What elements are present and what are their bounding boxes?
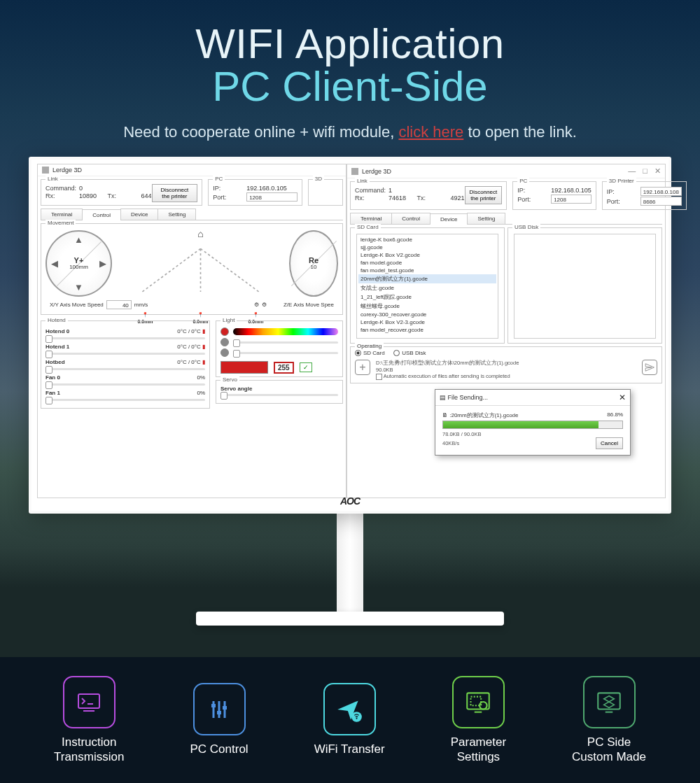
disconnect-button[interactable]: Disconnect the printer bbox=[465, 186, 503, 204]
titlebar[interactable]: Lerdge 3D —□✕ bbox=[347, 164, 665, 178]
printer-port-input[interactable]: 8686 bbox=[640, 197, 682, 206]
svg-rect-6 bbox=[223, 706, 227, 710]
xy-dpad[interactable]: ▲ ▼ ◀ ▶ Y+100mm bbox=[46, 230, 112, 297]
feature-parameter: ParameterSettings bbox=[451, 676, 506, 764]
link-group: Link Command:1 Rx:74618 Tx:4921 Disconne… bbox=[350, 181, 507, 210]
cancel-button[interactable]: Cancel bbox=[596, 437, 623, 449]
sd-card-group: SD Card lerdge-K box6.gcodesjj.gcodeLerd… bbox=[350, 227, 505, 344]
hotend1-slider[interactable] bbox=[46, 353, 205, 355]
hue-slider[interactable] bbox=[233, 328, 338, 335]
light-value-input[interactable]: 255 bbox=[274, 362, 294, 374]
file-item[interactable]: fan model.gcode bbox=[358, 259, 496, 267]
pin-icon[interactable]: 📍 bbox=[142, 312, 148, 318]
hotbed-slider[interactable] bbox=[46, 368, 205, 370]
ze-dpad[interactable]: Re10 bbox=[289, 230, 338, 297]
arrow-up-icon[interactable]: ▲ bbox=[74, 234, 83, 245]
tab-control[interactable]: Control bbox=[82, 209, 121, 220]
disconnect-button[interactable]: Disconnect the printer bbox=[152, 184, 198, 202]
printer-group: 3D Printer IP:192.168.0.108 Port:8686 bbox=[602, 181, 687, 210]
file-icon: ▤ bbox=[440, 394, 446, 401]
file-item[interactable]: 1_21_left跟踪.gcode bbox=[358, 292, 496, 302]
window-title: Lerdge 3D bbox=[362, 168, 391, 175]
arrow-right-icon[interactable]: ▶ bbox=[99, 258, 106, 269]
printer-group: 3D bbox=[308, 179, 343, 206]
pin-icon[interactable]: 📍 bbox=[197, 312, 204, 318]
file-icon: 🗎 bbox=[442, 412, 448, 418]
terminal-icon bbox=[63, 676, 115, 728]
click-here-link[interactable]: click here bbox=[398, 123, 463, 141]
auto-exec-checkbox[interactable] bbox=[376, 374, 382, 380]
hero-banner: WIFI Application PC Client-Side Need to … bbox=[0, 0, 700, 141]
led-red-icon[interactable] bbox=[220, 327, 229, 336]
monitor-mockup: Lerdge 3D Link Command:0 Rx:10890 Tx:644… bbox=[29, 157, 671, 626]
sliders-icon bbox=[193, 683, 246, 735]
minimize-icon[interactable]: — bbox=[628, 167, 636, 176]
app-icon bbox=[351, 168, 358, 175]
tab-device[interactable]: Device bbox=[120, 209, 158, 220]
send-icon[interactable] bbox=[642, 360, 657, 375]
light-slider[interactable] bbox=[233, 341, 338, 344]
file-item[interactable]: fan model_recover.gcode bbox=[358, 326, 496, 334]
feature-instruction: InstructionTransmission bbox=[54, 676, 124, 764]
file-list[interactable]: lerdge-K box6.gcodesjj.gcodeLerdge-K Box… bbox=[356, 234, 498, 339]
monitor-brand: AOC bbox=[340, 495, 360, 507]
arrow-down-icon[interactable]: ▼ bbox=[74, 282, 83, 292]
led-grey-icon[interactable] bbox=[220, 338, 229, 346]
pc-port-input[interactable]: 1208 bbox=[551, 195, 592, 204]
hotend0-slider[interactable] bbox=[46, 337, 205, 339]
svg-point-11 bbox=[479, 702, 487, 710]
file-item[interactable]: fan model_test.gcode bbox=[358, 267, 496, 274]
pc-group: PC IP:192.168.0.105 Port:1208 bbox=[512, 181, 596, 210]
svg-rect-5 bbox=[217, 711, 221, 714]
movement-group: Movement ▲ ▼ ◀ ▶ Y+100mm ⌂ 📍📍📍 bbox=[41, 223, 343, 315]
fan1-slider[interactable] bbox=[46, 399, 205, 401]
file-item[interactable]: corexy-300_recover.gcode bbox=[358, 311, 496, 318]
pin-icon[interactable]: 📍 bbox=[253, 312, 259, 318]
file-list-usb[interactable] bbox=[514, 234, 656, 339]
light-slider[interactable] bbox=[233, 352, 338, 354]
home-diagram: ⌂ 📍📍📍 0.0mm0.0mm0.0mm bbox=[118, 228, 284, 298]
radio-sd[interactable]: SD Card bbox=[355, 350, 385, 356]
tab-terminal[interactable]: Terminal bbox=[350, 213, 392, 224]
file-sending-dialog: ▤ File Sending...✕ 🗎 :20mm的测试立方(1).gcode… bbox=[435, 389, 631, 456]
maximize-icon[interactable]: □ bbox=[643, 167, 648, 176]
file-item[interactable]: Lerdge-K Box V2.gcode bbox=[358, 251, 496, 259]
pc-port-input[interactable]: 1208 bbox=[246, 192, 298, 202]
servo-slider[interactable] bbox=[220, 394, 338, 396]
servo-group: Servo Servo angle bbox=[216, 380, 343, 404]
led-grey-icon[interactable] bbox=[220, 348, 229, 357]
printer-ip-input[interactable]: 192.168.0.108 bbox=[640, 187, 682, 196]
app-icon bbox=[42, 167, 49, 174]
hero-title-1: WIFI Application bbox=[0, 20, 700, 68]
tab-device[interactable]: Device bbox=[430, 213, 468, 225]
tab-setting[interactable]: Setting bbox=[467, 213, 505, 224]
close-icon[interactable]: ✕ bbox=[654, 167, 661, 176]
settings-screen-icon bbox=[452, 676, 505, 728]
fan0-slider[interactable] bbox=[46, 383, 205, 386]
file-item[interactable]: lerdge-K box6.gcode bbox=[358, 236, 496, 244]
tab-control[interactable]: Control bbox=[391, 213, 430, 224]
hero-title-2: PC Client-Side bbox=[0, 62, 700, 111]
link-group: Link Command:0 Rx:10890 Tx:644 Disconnec… bbox=[41, 179, 202, 206]
home-icon[interactable]: ⌂ bbox=[197, 228, 203, 239]
tab-setting[interactable]: Setting bbox=[158, 209, 196, 220]
hero-subtitle: Need to cooperate online + wifi module, … bbox=[0, 123, 700, 141]
progress-bar bbox=[442, 421, 623, 429]
feature-wifi-transfer: WiFi Transfer bbox=[314, 683, 385, 756]
close-icon[interactable]: ✕ bbox=[619, 393, 626, 402]
svg-line-2 bbox=[201, 248, 259, 292]
file-item[interactable]: sjj.gcode bbox=[358, 244, 496, 251]
file-item[interactable]: 女战士.gcode bbox=[358, 283, 496, 292]
file-item[interactable]: Lerdge-K Box V2-3.gcode bbox=[358, 318, 496, 326]
file-item[interactable]: 螺丝螺母.gcode bbox=[358, 302, 496, 311]
svg-line-0 bbox=[142, 248, 200, 292]
file-item[interactable]: 20mm的测试立方(1).gcode bbox=[358, 274, 496, 283]
add-file-icon[interactable]: + bbox=[355, 360, 370, 375]
feature-custom: PC SideCustom Made bbox=[572, 676, 646, 764]
radio-usb[interactable]: USB Disk bbox=[393, 350, 426, 356]
arrow-left-icon[interactable]: ◀ bbox=[51, 258, 58, 269]
light-ok-button[interactable]: ✓ bbox=[300, 362, 312, 372]
titlebar[interactable]: Lerdge 3D bbox=[38, 164, 346, 176]
layers-screen-icon bbox=[583, 676, 636, 728]
tab-terminal[interactable]: Terminal bbox=[41, 209, 83, 220]
